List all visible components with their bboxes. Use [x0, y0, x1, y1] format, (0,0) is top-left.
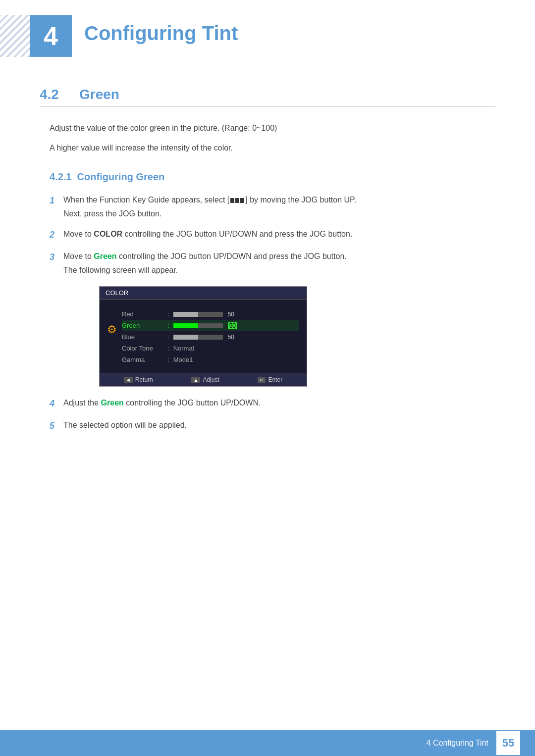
menu-bar-red-value: 50	[228, 311, 234, 318]
step-3-text3: The following screen will appear.	[63, 264, 495, 277]
step-3-num: 3	[50, 250, 63, 264]
monitor-btn-adjust: ▲ Adjust	[191, 376, 219, 383]
menu-sep-red: :	[167, 310, 169, 318]
menu-sep-blue: :	[167, 333, 169, 341]
step-5: 5 The selected option will be applied.	[50, 419, 495, 433]
func-key-icon	[230, 198, 244, 203]
chapter-number-block: 4	[30, 15, 72, 57]
subsection-number: 4.2.1	[50, 171, 71, 182]
step-5-num: 5	[50, 419, 63, 433]
return-icon: ◄	[124, 377, 133, 383]
steps-list: 1 When the Function Key Guide appears, s…	[40, 194, 495, 433]
menu-bar-red-bg	[173, 312, 223, 317]
step-2-text-before: Move to	[63, 230, 94, 238]
menu-bar-green-fill	[173, 323, 198, 328]
step-3: 3 Move to Green controlling the JOG butt…	[50, 250, 495, 276]
step-5-content: The selected option will be applied.	[63, 419, 495, 432]
step-1-text2: Next, press the JOG button.	[63, 207, 495, 220]
chapter-number: 4	[44, 21, 58, 51]
menu-row-gamma: Gamma : Mode1	[122, 354, 299, 365]
step-1-text: When the Function Key Guide appears, sel…	[63, 196, 356, 204]
footer-page-number: 55	[496, 731, 520, 755]
monitor-body: ⚙ Red : 50	[100, 300, 307, 373]
monitor-btn-return: ◄ Return	[124, 376, 153, 383]
adjust-label: Adjust	[203, 376, 219, 383]
body-paragraph-1: Adjust the value of the color green in t…	[40, 122, 495, 135]
step-2-bold: COLOR	[94, 230, 122, 238]
step-4-num: 4	[50, 397, 63, 411]
menu-label-gamma: Gamma	[122, 356, 166, 363]
menu-sep-color-tone: :	[167, 345, 169, 352]
step-3-green: Green	[94, 252, 116, 260]
step-4-text-after: controlling the JOG button UP/DOWN.	[124, 399, 261, 407]
monitor-screenshot: COLOR ⚙ Red : 50	[99, 286, 307, 387]
menu-row-green: Green : 50	[122, 320, 299, 331]
menu-val-color-tone: Normal	[173, 345, 194, 352]
subsection-title: Configuring Green	[77, 171, 165, 182]
menu-bar-blue-bg	[173, 335, 223, 340]
step-3-content: Move to Green controlling the JOG button…	[63, 250, 495, 276]
main-content: 4.2 Green Adjust the value of the color …	[0, 82, 535, 481]
step-3-text-before: Move to	[63, 252, 94, 260]
enter-label: Enter	[268, 376, 282, 383]
chapter-title: Configuring Tint	[84, 15, 238, 45]
section-title: Green	[79, 87, 119, 102]
step-1: 1 When the Function Key Guide appears, s…	[50, 194, 495, 220]
menu-sep-gamma: :	[167, 356, 169, 363]
step-1-content: When the Function Key Guide appears, sel…	[63, 194, 495, 220]
menu-bar-red-fill	[173, 312, 198, 317]
menu-bar-green-container: 50	[173, 322, 299, 329]
section-heading: 4.2 Green	[40, 87, 495, 107]
menu-label-color-tone: Color Tone	[122, 345, 166, 352]
menu-label-red: Red	[122, 310, 166, 318]
step-4-content: Adjust the Green controlling the JOG but…	[63, 397, 495, 409]
adjust-icon: ▲	[191, 377, 200, 383]
menu-sep-green: :	[167, 322, 169, 329]
step-4-green: Green	[101, 399, 124, 407]
menu-row-blue: Blue : 50	[122, 331, 299, 343]
menu-bar-green-bg	[173, 323, 223, 328]
enter-icon: ↵	[258, 377, 266, 383]
step-5-text: The selected option will be applied.	[63, 421, 187, 429]
monitor-menu: Red : 50 Green :	[122, 308, 299, 365]
step-3-text-after: controlling the JOG button UP/DOWN and p…	[117, 252, 347, 260]
return-label: Return	[135, 376, 153, 383]
chapter-header: 4 Configuring Tint	[0, 0, 535, 67]
body-paragraph-2: A higher value will increase the intensi…	[40, 142, 495, 154]
menu-bar-green-value: 50	[228, 322, 237, 329]
menu-bar-blue-container: 50	[173, 334, 299, 341]
menu-bar-blue-value: 50	[228, 334, 234, 341]
menu-row-red: Red : 50	[122, 308, 299, 320]
step-1-num: 1	[50, 194, 63, 208]
footer-text: 4 Configuring Tint	[427, 739, 488, 748]
monitor-btn-enter: ↵ Enter	[258, 376, 282, 383]
subsection-heading: 4.2.1 Configuring Green	[40, 171, 495, 183]
menu-label-green: Green	[122, 322, 166, 329]
page-footer: 4 Configuring Tint 55	[0, 730, 535, 756]
monitor-bottom-bar: ◄ Return ▲ Adjust ↵ Enter	[100, 373, 307, 386]
menu-bar-red-container: 50	[173, 311, 299, 318]
step-2-text-after: controlling the JOG button UP/DOWN and p…	[122, 230, 352, 238]
menu-label-blue: Blue	[122, 333, 166, 341]
menu-bar-blue-fill	[173, 335, 198, 340]
monitor-title-bar: COLOR	[100, 287, 307, 300]
menu-val-gamma: Mode1	[173, 356, 193, 363]
step-4-text-before: Adjust the	[63, 399, 101, 407]
step-2-content: Move to COLOR controlling the JOG button…	[63, 228, 495, 241]
step-4: 4 Adjust the Green controlling the JOG b…	[50, 397, 495, 411]
step-2-num: 2	[50, 228, 63, 242]
monitor-settings-icon: ⚙	[107, 323, 117, 336]
menu-row-color-tone: Color Tone : Normal	[122, 343, 299, 354]
step-2: 2 Move to COLOR controlling the JOG butt…	[50, 228, 495, 242]
section-number: 4.2	[40, 87, 69, 102]
